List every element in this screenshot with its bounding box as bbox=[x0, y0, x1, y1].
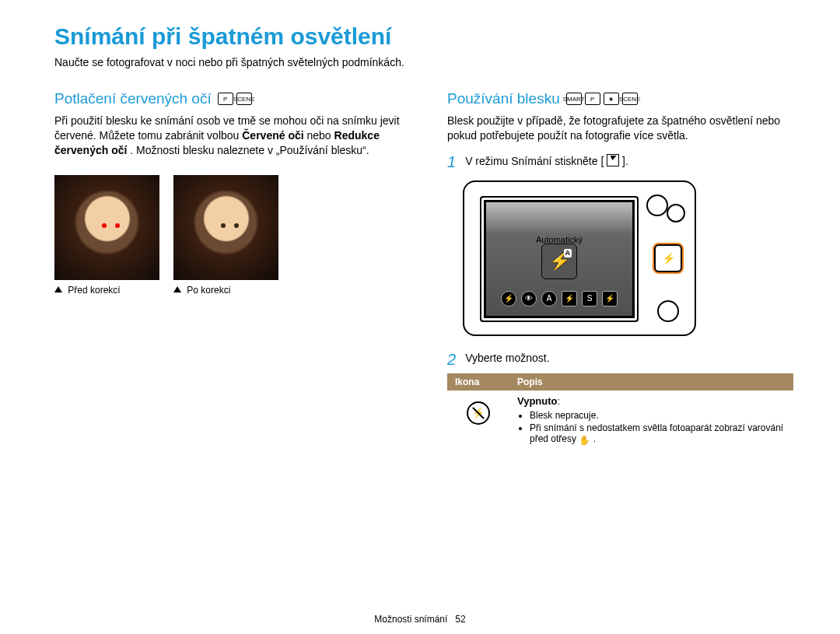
redeye-heading-row: Potlačení červených očí P SCENE bbox=[54, 90, 401, 107]
off-b2-a: Při snímání s nedostatkem světla fotoapa… bbox=[530, 422, 783, 444]
redeye-paragraph: Při použití blesku ke snímání osob ve tm… bbox=[54, 114, 401, 158]
mode-icon-scene: SCENE bbox=[236, 93, 252, 105]
triangle-icon bbox=[173, 286, 181, 292]
off-bullets: Blesk nepracuje. Při snímání s nedostatk… bbox=[517, 410, 786, 444]
right-column: Používání blesku SMART P ★ SCENE Blesk p… bbox=[447, 90, 793, 450]
sample-after: Po korekci bbox=[173, 175, 278, 296]
triangle-icon bbox=[54, 286, 62, 292]
mode-icon-p: P bbox=[218, 93, 233, 105]
camera-center-icon: ⚡ A bbox=[541, 243, 577, 279]
off-bullet-1: Blesk nepracuje. bbox=[530, 410, 786, 421]
eye-red-left bbox=[102, 223, 107, 228]
redeye-strong-1: Červené oči bbox=[242, 129, 303, 142]
mode-icon-p2: P bbox=[585, 93, 600, 105]
redeye-text-c: . Možnosti blesku naleznete v „Používání… bbox=[130, 144, 369, 156]
off-title: Vypnuto bbox=[517, 395, 558, 407]
step-1: 1 V režimu Snímání stiskněte [ ]. bbox=[447, 154, 793, 170]
camera-illustration: Automatický ⚡ A ⚡ 👁 A ⚡ S ⚡ ⚡ bbox=[463, 180, 696, 336]
footer-page-number: 52 bbox=[455, 614, 465, 625]
flash-paragraph: Blesk použijte v případě, že fotografuje… bbox=[447, 114, 793, 143]
eye-normal-right bbox=[234, 223, 239, 228]
off-b2-b: . bbox=[593, 433, 596, 444]
eye-normal-left bbox=[221, 223, 226, 228]
sample-before: Před korekcí bbox=[54, 175, 159, 296]
th-icon: Ikona bbox=[447, 373, 509, 391]
shake-hand-icon: ✋ bbox=[579, 435, 590, 446]
caption-after-text: Po korekci bbox=[187, 285, 230, 296]
options-table: Ikona Popis ⚡ Vypnuto: Blesk nepracuje. … bbox=[447, 373, 793, 450]
flash-heading-row: Používání blesku SMART P ★ SCENE bbox=[447, 90, 793, 107]
cell-icon-off: ⚡ bbox=[447, 391, 509, 450]
camera-button-top1 bbox=[646, 194, 668, 216]
face-before bbox=[54, 175, 159, 280]
flash-off-icon: ⚡ bbox=[467, 401, 490, 425]
flash-option-off-icon: ⚡ bbox=[501, 291, 516, 306]
step-2-text: Vyberte možnost. bbox=[465, 352, 549, 367]
left-column: Potlačení červených očí P SCENE Při použ… bbox=[54, 90, 401, 450]
main-columns: Potlačení červených očí P SCENE Při použ… bbox=[54, 90, 793, 450]
caption-after: Po korekci bbox=[173, 285, 278, 296]
redeye-text-b: nebo bbox=[307, 129, 334, 142]
caption-before-text: Před korekcí bbox=[68, 285, 120, 296]
camera-screen: Automatický ⚡ A ⚡ 👁 A ⚡ S ⚡ bbox=[480, 196, 639, 322]
options-row-off: ⚡ Vypnuto: Blesk nepracuje. Při snímání … bbox=[447, 391, 793, 450]
redeye-heading: Potlačení červených očí bbox=[54, 90, 212, 107]
off-bullet-2: Při snímání s nedostatkem světla fotoapa… bbox=[530, 422, 786, 444]
page-title: Snímání při špatném osvětlení bbox=[54, 23, 793, 50]
flash-heading: Používání blesku bbox=[447, 90, 560, 107]
step-2: 2 Vyberte možnost. bbox=[447, 352, 793, 367]
step1-before: V režimu Snímání stiskněte [ bbox=[465, 155, 604, 167]
camera-flash-options: ⚡ 👁 A ⚡ S ⚡ bbox=[481, 291, 637, 306]
flash-icon: ⚡ bbox=[662, 252, 675, 264]
flash-option-redeye2-icon: ⚡ bbox=[602, 291, 618, 306]
camera-button-bottom bbox=[657, 300, 679, 322]
flash-option-slow-icon: S bbox=[582, 291, 597, 306]
eye-red-right bbox=[115, 223, 120, 228]
flash-option-auto-icon: A bbox=[541, 291, 557, 306]
footer-section: Možnosti snímání bbox=[374, 614, 447, 625]
camera-button-top2 bbox=[667, 204, 685, 222]
flash-option-redeye-icon: 👁 bbox=[521, 291, 537, 306]
face-after bbox=[173, 175, 278, 280]
mode-icon-star: ★ bbox=[604, 93, 619, 105]
page-footer: Možnosti snímání 52 bbox=[0, 614, 840, 625]
mode-icon-scene2: SCENE bbox=[622, 93, 638, 105]
caption-before: Před korekcí bbox=[54, 285, 159, 296]
redeye-mode-icons: P SCENE bbox=[218, 93, 252, 105]
step-2-number: 2 bbox=[447, 352, 456, 367]
options-table-header: Ikona Popis bbox=[447, 373, 793, 391]
step1-after: ]. bbox=[622, 155, 628, 167]
flash-mode-icons: SMART P ★ SCENE bbox=[566, 93, 638, 105]
flash-option-fill-icon: ⚡ bbox=[562, 291, 577, 306]
th-desc: Popis bbox=[509, 373, 793, 391]
step-1-number: 1 bbox=[447, 154, 456, 170]
camera-flash-physical-button: ⚡ bbox=[654, 244, 682, 272]
flash-button-icon bbox=[607, 154, 619, 166]
auto-a-badge: A bbox=[564, 249, 572, 257]
intro-text: Naučte se fotografovat v noci nebo při š… bbox=[54, 56, 793, 68]
cell-desc-off: Vypnuto: Blesk nepracuje. Při snímání s … bbox=[509, 391, 793, 450]
step-1-text: V režimu Snímání stiskněte [ ]. bbox=[465, 154, 628, 170]
mode-icon-smart: SMART bbox=[566, 93, 582, 105]
sample-images: Před korekcí Po korekci bbox=[54, 175, 401, 296]
